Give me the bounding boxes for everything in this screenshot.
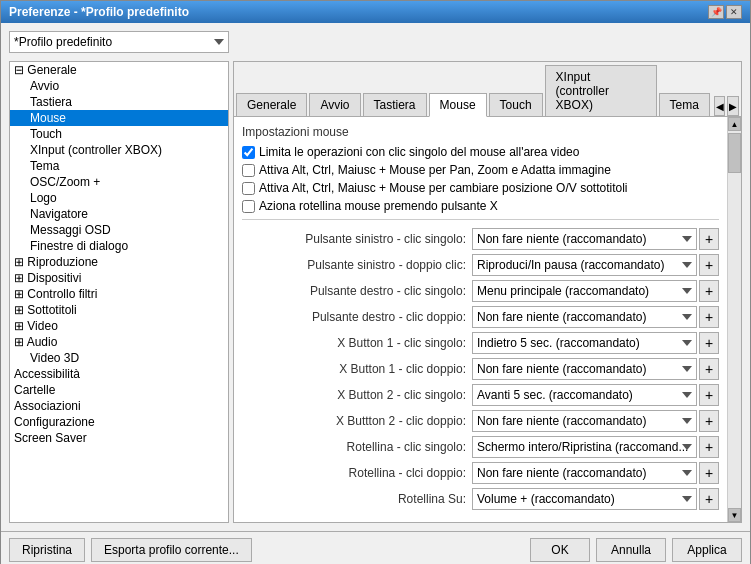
tab-nav-left[interactable]: ◀ — [714, 96, 726, 116]
plus-btn-0[interactable]: + — [699, 228, 719, 250]
setting-select-10[interactable]: Volume + (raccomandato) — [472, 488, 697, 510]
setting-row-2: Pulsante destro - clic singolo: Menu pri… — [242, 280, 719, 302]
setting-select-1[interactable]: Riproduci/In pausa (raccomandato) — [472, 254, 697, 276]
tab-generale[interactable]: Generale — [236, 93, 307, 116]
plus-btn-2[interactable]: + — [699, 280, 719, 302]
tree-item-video3d[interactable]: Video 3D — [10, 350, 228, 366]
setting-select-6[interactable]: Avanti 5 sec. (raccomandato) — [472, 384, 697, 406]
setting-select-2[interactable]: Menu principale (raccomandato) — [472, 280, 697, 302]
section-title: Impostazioni mouse — [242, 125, 719, 139]
ok-button[interactable]: OK — [530, 538, 590, 562]
checkbox-attiva-alt2-input[interactable] — [242, 182, 255, 195]
tree-item-associazioni[interactable]: Associazioni — [10, 398, 228, 414]
setting-select-5[interactable]: Non fare niente (raccomandato) — [472, 358, 697, 380]
tree-item-accessibilita[interactable]: Accessibilità — [10, 366, 228, 382]
setting-control-7: Non fare niente (raccomandato) + — [472, 410, 719, 432]
plus-btn-6[interactable]: + — [699, 384, 719, 406]
plus-btn-10[interactable]: + — [699, 488, 719, 510]
tree-item-tastiera[interactable]: Tastiera — [10, 94, 228, 110]
setting-row-0: Pulsante sinistro - clic singolo: Non fa… — [242, 228, 719, 250]
setting-row-3: Pulsante destro - clic doppio: Non fare … — [242, 306, 719, 328]
ripristina-button[interactable]: Ripristina — [9, 538, 85, 562]
tab-avvio[interactable]: Avvio — [309, 93, 360, 116]
plus-btn-3[interactable]: + — [699, 306, 719, 328]
plus-btn-7[interactable]: + — [699, 410, 719, 432]
checkbox-limita: Limita le operazioni con clic singolo de… — [242, 145, 719, 159]
close-button[interactable]: ✕ — [726, 5, 742, 19]
setting-select-0[interactable]: Non fare niente (raccomandato) — [472, 228, 697, 250]
setting-control-9: Non fare niente (raccomandato) + — [472, 462, 719, 484]
tree-item-cartelle[interactable]: Cartelle — [10, 382, 228, 398]
tab-tastiera[interactable]: Tastiera — [363, 93, 427, 116]
panel-content: Impostazioni mouse Limita le operazioni … — [234, 117, 727, 522]
setting-label-7: X Buttton 2 - clic doppio: — [242, 414, 472, 428]
tree-item-messaggi[interactable]: Messaggi OSD — [10, 222, 228, 238]
title-bar-buttons: 📌 ✕ — [708, 5, 742, 19]
tree-item-riproduzione[interactable]: ⊞ Riproduzione — [10, 254, 228, 270]
setting-select-8[interactable]: Schermo intero/Ripristina (raccomand... — [472, 436, 697, 458]
tree-item-avvio[interactable]: Avvio — [10, 78, 228, 94]
plus-btn-8[interactable]: + — [699, 436, 719, 458]
tree-item-logo[interactable]: Logo — [10, 190, 228, 206]
tree-item-tema[interactable]: Tema — [10, 158, 228, 174]
scroll-up-btn[interactable]: ▲ — [728, 117, 741, 131]
tree-item-video[interactable]: ⊞ Video — [10, 318, 228, 334]
setting-label-1: Pulsante sinistro - doppio clic: — [242, 258, 472, 272]
tree-item-xinput[interactable]: XInput (controller XBOX) — [10, 142, 228, 158]
tree-item-touch[interactable]: Touch — [10, 126, 228, 142]
tab-touch[interactable]: Touch — [489, 93, 543, 116]
checkbox-attiva-alt-label: Attiva Alt, Ctrl, Maiusc + Mouse per Pan… — [259, 163, 611, 177]
tree-item-mouse[interactable]: Mouse — [10, 110, 228, 126]
main-window: Preferenze - *Profilo predefinito 📌 ✕ *P… — [0, 0, 751, 564]
esporta-button[interactable]: Esporta profilo corrente... — [91, 538, 252, 562]
scroll-thumb[interactable] — [728, 133, 741, 173]
vertical-scrollbar[interactable]: ▲ ▼ — [727, 117, 741, 522]
setting-control-3: Non fare niente (raccomandato) + — [472, 306, 719, 328]
profile-select[interactable]: *Profilo predefinito — [9, 31, 229, 53]
footer: Ripristina Esporta profilo corrente... O… — [1, 531, 750, 564]
tab-xinput[interactable]: XInput (controller XBOX) — [545, 65, 657, 116]
checkbox-aziona-input[interactable] — [242, 200, 255, 213]
tree-item-dispositivi[interactable]: ⊞ Dispositivi — [10, 270, 228, 286]
plus-btn-5[interactable]: + — [699, 358, 719, 380]
footer-right: OK Annulla Applica — [530, 538, 742, 562]
tab-mouse[interactable]: Mouse — [429, 93, 487, 117]
settings-grid: Pulsante sinistro - clic singolo: Non fa… — [242, 228, 719, 510]
setting-select-7[interactable]: Non fare niente (raccomandato) — [472, 410, 697, 432]
pin-button[interactable]: 📌 — [708, 5, 724, 19]
checkbox-limita-input[interactable] — [242, 146, 255, 159]
title-bar: Preferenze - *Profilo predefinito 📌 ✕ — [1, 1, 750, 23]
tree-item-controllo[interactable]: ⊞ Controllo filtri — [10, 286, 228, 302]
setting-select-4[interactable]: Indietro 5 sec. (raccomandato) — [472, 332, 697, 354]
scroll-down-btn[interactable]: ▼ — [728, 508, 741, 522]
tree-item-osc[interactable]: OSC/Zoom + — [10, 174, 228, 190]
tree-item-navigatore[interactable]: Navigatore — [10, 206, 228, 222]
footer-left: Ripristina Esporta profilo corrente... — [9, 538, 252, 562]
applica-button[interactable]: Applica — [672, 538, 742, 562]
tab-nav-right[interactable]: ▶ — [727, 96, 739, 116]
setting-row-6: X Button 2 - clic singolo: Avanti 5 sec.… — [242, 384, 719, 406]
setting-control-6: Avanti 5 sec. (raccomandato) + — [472, 384, 719, 406]
setting-control-4: Indietro 5 sec. (raccomandato) + — [472, 332, 719, 354]
checkbox-attiva-alt-input[interactable] — [242, 164, 255, 177]
tree-item-audio[interactable]: ⊞ Audio — [10, 334, 228, 350]
setting-control-2: Menu principale (raccomandato) + — [472, 280, 719, 302]
plus-btn-9[interactable]: + — [699, 462, 719, 484]
setting-label-2: Pulsante destro - clic singolo: — [242, 284, 472, 298]
tree-item-finestre[interactable]: Finestre di dialogo — [10, 238, 228, 254]
tab-tema[interactable]: Tema — [659, 93, 710, 116]
annulla-button[interactable]: Annulla — [596, 538, 666, 562]
plus-btn-4[interactable]: + — [699, 332, 719, 354]
setting-row-4: X Button 1 - clic singolo: Indietro 5 se… — [242, 332, 719, 354]
setting-select-9[interactable]: Non fare niente (raccomandato) — [472, 462, 697, 484]
right-panel: Generale Avvio Tastiera Mouse Touch XInp… — [233, 61, 742, 523]
setting-select-3[interactable]: Non fare niente (raccomandato) — [472, 306, 697, 328]
plus-btn-1[interactable]: + — [699, 254, 719, 276]
tree-item-sottotitoli[interactable]: ⊞ Sottotitoli — [10, 302, 228, 318]
tree-item-generale[interactable]: ⊟ Generale — [10, 62, 228, 78]
setting-label-0: Pulsante sinistro - clic singolo: — [242, 232, 472, 246]
left-panel: ⊟ Generale Avvio Tastiera Mouse Touch XI… — [9, 61, 229, 523]
tree-item-screensaver[interactable]: Screen Saver — [10, 430, 228, 446]
tree-item-configurazione[interactable]: Configurazione — [10, 414, 228, 430]
setting-label-4: X Button 1 - clic singolo: — [242, 336, 472, 350]
